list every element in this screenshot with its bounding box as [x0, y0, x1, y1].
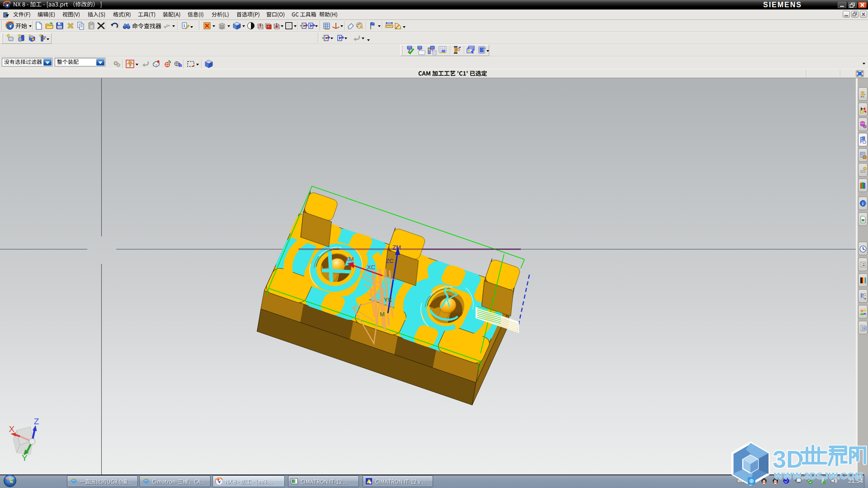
svg-text:ZM: ZM	[392, 244, 401, 251]
svg-text:XM: XM	[345, 256, 354, 263]
svg-text:M: M	[380, 311, 385, 318]
svg-text:YC: YC	[384, 296, 392, 303]
svg-text:Y: Y	[22, 453, 28, 462]
svg-text:i: i	[862, 201, 863, 206]
svg-text:3D: 3D	[773, 446, 804, 473]
svg-text:X: X	[9, 424, 14, 434]
svg-text:WWW.3DSJW.COM: WWW.3DSJW.COM	[774, 470, 863, 481]
svg-text:i: i	[184, 23, 185, 28]
svg-text:ZC: ZC	[386, 258, 393, 264]
svg-text:Z: Z	[34, 417, 39, 426]
svg-text:XC: XC	[367, 264, 375, 271]
